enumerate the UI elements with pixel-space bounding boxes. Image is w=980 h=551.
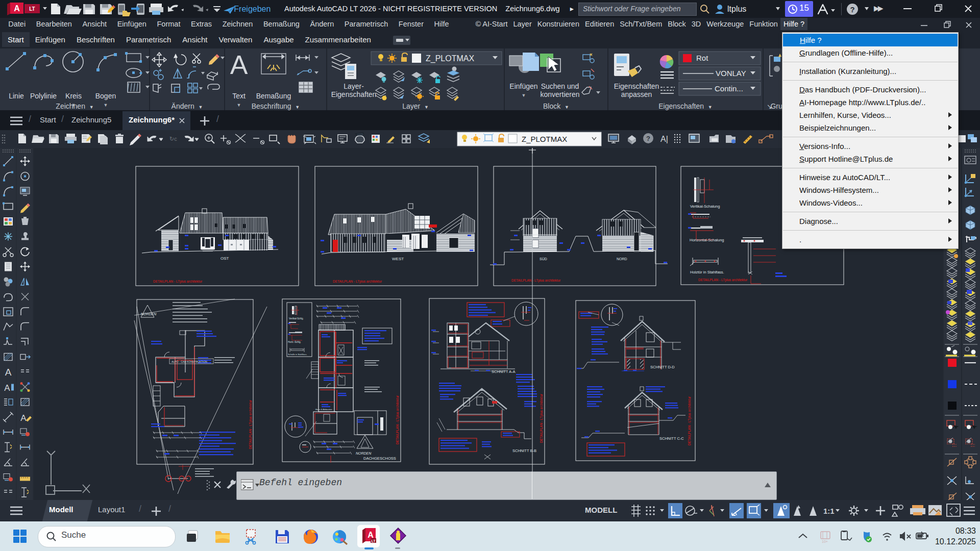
svg-text:A: A xyxy=(4,383,10,393)
svg-text:OST: OST xyxy=(220,256,229,261)
svg-text:Holztür in Stahlfass.: Holztür in Stahlfass. xyxy=(690,270,724,274)
svg-text:Z_PLOTMAX: Z_PLOTMAX xyxy=(522,135,567,143)
svg-text:Schalle in Stahlfass.: Schalle in Stahlfass. xyxy=(288,353,307,356)
svg-text:1:1: 1:1 xyxy=(823,507,835,515)
svg-text:SÜD: SÜD xyxy=(540,257,547,261)
svg-text:A: A xyxy=(230,50,248,80)
svg-text:VONLAY: VONLAY xyxy=(716,69,746,78)
svg-text:LT: LT xyxy=(29,6,35,12)
svg-text:SCHNITT D-D: SCHNITT D-D xyxy=(650,365,675,369)
svg-text:Haus & Anbauten: Haus & Anbauten xyxy=(315,408,332,411)
svg-text:DETAILPLAN - LTplus architek: DETAILPLAN - LTplus architektur xyxy=(511,279,561,283)
svg-text:↻c: ↻c xyxy=(169,136,177,142)
svg-text:A|: A| xyxy=(660,135,668,143)
svg-text:Horizontal-Schalung: Horizontal-Schalung xyxy=(690,238,724,242)
svg-text:WEST: WEST xyxy=(392,257,404,261)
svg-text:Vertikal-Schalung: Vertikal-Schalung xyxy=(690,204,720,209)
svg-text:SCHNITT B-B: SCHNITT B-B xyxy=(512,448,536,453)
svg-text:?: ? xyxy=(646,135,650,142)
svg-text:?: ? xyxy=(850,5,854,14)
svg-text:Horiz.-Schlg.: Horiz.-Schlg. xyxy=(288,341,301,343)
svg-text:AUTO - CAD KONSTRUKTION: AUTO - CAD KONSTRUKTION xyxy=(172,360,207,363)
svg-text:DETAILPLAN - LTplus architek: DETAILPLAN - LTplus architektur xyxy=(333,280,382,284)
svg-text:NORDEN: NORDEN xyxy=(356,452,372,455)
svg-text:LT: LT xyxy=(371,539,376,543)
svg-text:A: A xyxy=(5,367,12,378)
svg-text:A: A xyxy=(368,531,374,539)
svg-text:DETAILPLAN - LTplus architektu: DETAILPLAN - LTplus architektur xyxy=(249,399,253,449)
svg-text:Z_PLOTMAX: Z_PLOTMAX xyxy=(426,54,474,63)
svg-text:Contin...: Contin... xyxy=(715,84,743,93)
svg-text:DACHGESCHOSS: DACHGESCHOSS xyxy=(363,456,396,461)
svg-text:10+: 10+ xyxy=(822,540,828,543)
svg-text:NORD: NORD xyxy=(617,257,627,261)
svg-text:DETAILPLAN - LTplus architek: DETAILPLAN - LTplus architektur xyxy=(153,280,203,284)
svg-text:DETAILPLAN - LTplus architek: DETAILPLAN - LTplus architektur xyxy=(698,278,748,282)
svg-text:DETAILPLAN - LTplus architektu: DETAILPLAN - LTplus architektur xyxy=(688,396,692,445)
svg-text:SCHNITT A-A: SCHNITT A-A xyxy=(492,369,516,374)
svg-text:Rot: Rot xyxy=(696,54,708,62)
svg-text:SCHNITT C-C: SCHNITT C-C xyxy=(659,436,684,441)
svg-text:DETAILPLAN - LTplus architektu: DETAILPLAN - LTplus architektur xyxy=(540,393,544,443)
svg-text:Vertikal-Schlg.: Vertikal-Schlg. xyxy=(289,317,304,320)
svg-text:DETAILPLAN - LTplus architektu: DETAILPLAN - LTplus architektur xyxy=(396,395,400,444)
svg-text:A: A xyxy=(20,413,27,423)
svg-text:A: A xyxy=(14,4,20,13)
